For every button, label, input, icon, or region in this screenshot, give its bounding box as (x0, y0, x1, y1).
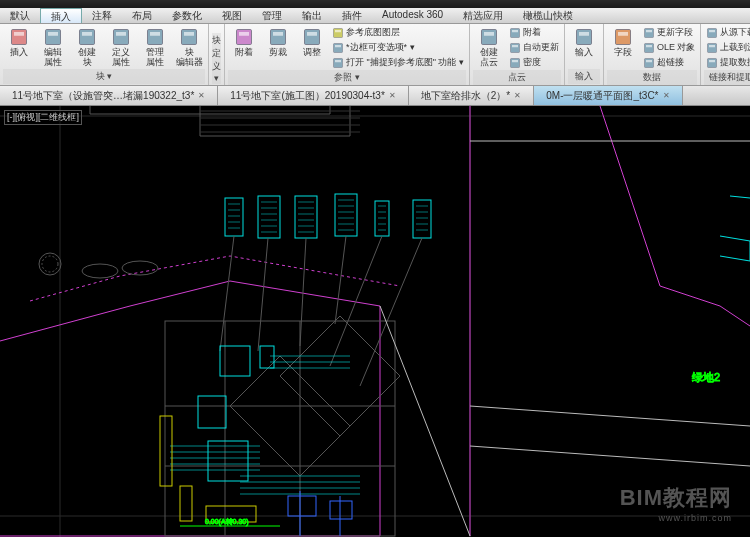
edit-attr-icon (43, 27, 63, 47)
ribbon-panel-label[interactable]: 数据 (607, 70, 698, 85)
ribbon-btn-create-pc[interactable]: 创建点云 (473, 25, 505, 69)
tab-label: 0M-一层暖通平面图_t3C* (546, 89, 658, 103)
svg-line-106 (258, 238, 268, 351)
menu-橄榄山快模[interactable]: 橄榄山快模 (513, 8, 583, 23)
menubar: 默认插入注释布局参数化视图管理输出插件Autodesk 360精选应用橄榄山快模 (0, 8, 750, 24)
svg-rect-11 (184, 32, 194, 36)
svg-rect-43 (709, 30, 715, 32)
dl-icon (706, 27, 718, 39)
svg-text:0.00(A转0.30): 0.00(A转0.30) (205, 518, 249, 526)
svg-line-107 (300, 238, 306, 346)
svg-rect-1 (14, 32, 24, 36)
close-icon[interactable]: ✕ (198, 91, 205, 100)
svg-text:绿地2: 绿地2 (692, 371, 720, 383)
menu-默认[interactable]: 默认 (0, 8, 40, 23)
ribbon-btn-adjust[interactable]: 调整 (296, 25, 328, 59)
view-label[interactable]: [-][俯视][二维线框] (4, 110, 82, 125)
ribbon-btn-manage-attr[interactable]: 管理属性 (139, 25, 171, 69)
ribbon-panel-label[interactable]: 参照 ▾ (228, 70, 466, 85)
close-icon[interactable]: ✕ (389, 91, 396, 100)
svg-rect-17 (307, 32, 317, 36)
menu-插件[interactable]: 插件 (332, 8, 372, 23)
ribbon-btn-frame[interactable]: *边框可变选项* ▾ (330, 40, 466, 55)
ribbon-btn-ul[interactable]: 上载到源 (704, 40, 750, 55)
ribbon-btn-upd-field[interactable]: 更新字段 (641, 25, 698, 40)
ribbon-btn-clip[interactable]: 剪裁 (262, 25, 294, 59)
ribbon-btn-density[interactable]: 密度 (507, 55, 561, 70)
ribbon-btn-edit-attr[interactable]: 编辑属性 (37, 25, 69, 69)
svg-rect-8 (148, 30, 163, 45)
menu-输出[interactable]: 输出 (292, 8, 332, 23)
svg-rect-13 (239, 32, 249, 36)
ribbon-panel-label[interactable]: 块定义 ▾ (212, 33, 221, 84)
attach2-icon (509, 27, 521, 39)
menu-Autodesk 360[interactable]: Autodesk 360 (372, 8, 453, 23)
svg-rect-0 (12, 30, 27, 45)
svg-rect-9 (150, 32, 160, 36)
svg-rect-31 (512, 60, 518, 62)
ribbon-panel: 附着剪裁调整参考底图图层*边框可变选项* ▾打开 "捕捉到参考底图" 功能 ▾参… (225, 24, 470, 85)
svg-rect-26 (510, 28, 519, 37)
ribbon-btn-ole[interactable]: OLE 对象 (641, 40, 698, 55)
file-tab[interactable]: 0M-一层暖通平面图_t3C*✕ (534, 86, 682, 105)
block-editor-icon (179, 27, 199, 47)
ribbon-btn-attach2[interactable]: 附着 (507, 25, 561, 40)
file-tab[interactable]: 11号地下室（设施管突…堵漏190322_t3*✕ (0, 86, 218, 105)
ribbon-btn-snap[interactable]: 打开 "捕捉到参考底图" 功能 ▾ (330, 55, 466, 70)
menu-注释[interactable]: 注释 (82, 8, 122, 23)
svg-rect-66 (225, 198, 243, 236)
menu-视图[interactable]: 视图 (212, 8, 252, 23)
ribbon-btn-insert[interactable]: 插入 (3, 25, 35, 59)
svg-rect-14 (271, 30, 286, 45)
ribbon-btn-hyperlink[interactable]: 超链接 (641, 55, 698, 70)
ribbon-btn-layer[interactable]: 参考底图图层 (330, 25, 466, 40)
svg-rect-45 (709, 45, 715, 47)
close-icon[interactable]: ✕ (663, 91, 670, 100)
svg-rect-4 (80, 30, 95, 45)
file-tab[interactable]: 11号地下室(施工图）20190304-t3*✕ (218, 86, 409, 105)
ribbon-btn-block-editor[interactable]: 块编辑器 (173, 25, 205, 69)
svg-rect-15 (273, 32, 283, 36)
ribbon-panel-label[interactable]: 块 ▾ (3, 69, 205, 84)
svg-rect-50 (0, 116, 750, 516)
ribbon-btn-extract[interactable]: 提取数据 (704, 55, 750, 70)
close-icon[interactable]: ✕ (514, 91, 521, 100)
file-tab[interactable]: 地下室给排水（2）*✕ (409, 86, 534, 105)
menu-参数化[interactable]: 参数化 (162, 8, 212, 23)
ribbon-btn-dl[interactable]: 从源下载 (704, 25, 750, 40)
ribbon-panel-label[interactable]: 点云 (473, 70, 561, 85)
svg-rect-113 (198, 396, 226, 428)
svg-rect-16 (305, 30, 320, 45)
layer-icon (332, 27, 344, 39)
ribbon-btn-import[interactable]: 输入 (568, 25, 600, 59)
ribbon-panel: 字段更新字段OLE 对象超链接数据 (604, 24, 702, 85)
svg-rect-2 (46, 30, 61, 45)
menu-管理[interactable]: 管理 (252, 8, 292, 23)
ribbon-btn-field[interactable]: 字段 (607, 25, 639, 59)
ribbon-btn-create-block[interactable]: 创建块 (71, 25, 103, 69)
svg-rect-21 (335, 45, 341, 47)
svg-rect-46 (708, 58, 717, 67)
ribbon: 插入编辑属性创建块定义属性管理属性块编辑器块 ▾块定义 ▾附着剪裁调整参考底图图… (0, 24, 750, 86)
drawing-canvas[interactable]: 0.00(A转0.30) 绿地2 (0, 106, 750, 537)
ribbon-panel-label[interactable]: 输入 (568, 69, 600, 84)
frame-icon (332, 42, 344, 54)
svg-rect-41 (646, 60, 652, 62)
tab-label: 11号地下室(施工图）20190304-t3* (230, 89, 385, 103)
watermark: BIM教程网 www.irbim.com (620, 483, 732, 523)
attach-icon (234, 27, 254, 47)
svg-rect-133 (288, 496, 316, 516)
svg-line-140 (470, 446, 750, 466)
svg-rect-27 (512, 30, 518, 32)
titlebar (0, 0, 750, 8)
menu-插入[interactable]: 插入 (40, 8, 82, 23)
menu-精选应用[interactable]: 精选应用 (453, 8, 513, 23)
ribbon-btn-attach[interactable]: 附着 (228, 25, 260, 59)
ribbon-btn-autoupd[interactable]: 自动更新 (507, 40, 561, 55)
svg-rect-34 (615, 30, 630, 45)
manage-attr-icon (145, 27, 165, 47)
def-attr-icon (111, 27, 131, 47)
menu-布局[interactable]: 布局 (122, 8, 162, 23)
ribbon-panel-label[interactable]: 链接和提取 (704, 70, 750, 85)
ribbon-btn-def-attr[interactable]: 定义属性 (105, 25, 137, 69)
